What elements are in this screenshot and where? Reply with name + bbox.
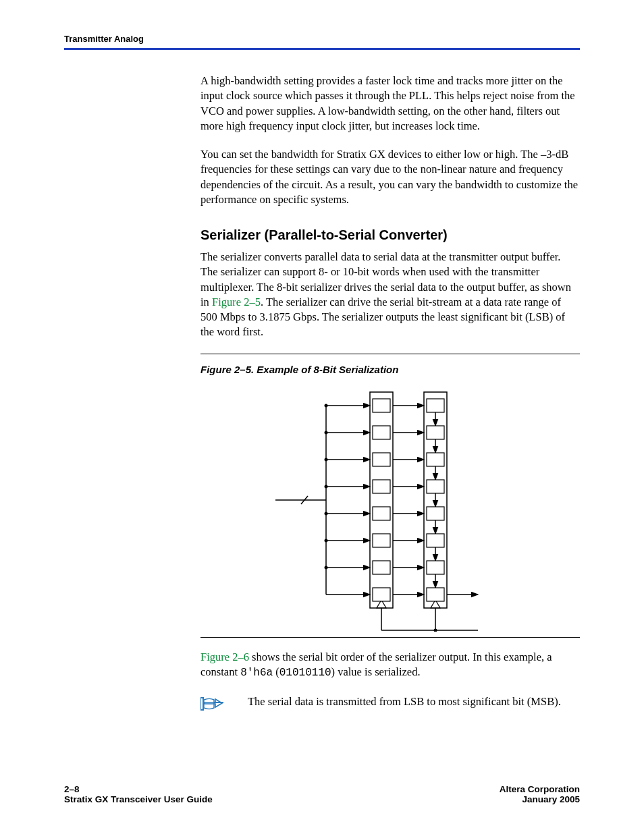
- svg-rect-25: [427, 426, 444, 439]
- svg-rect-28: [373, 453, 390, 466]
- paragraph-serializer: The serializer converts parallel data to…: [200, 250, 580, 340]
- paragraph-bandwidth-2: You can set the bandwidth for Stratix GX…: [200, 147, 580, 207]
- note-row: The serial data is transmitted from LSB …: [200, 694, 580, 715]
- figure-top-rule: [200, 354, 580, 354]
- para4-mid: (: [273, 665, 279, 678]
- para4-code1: 8'h6a: [240, 667, 273, 679]
- svg-rect-30: [427, 453, 444, 466]
- svg-rect-43: [373, 534, 390, 547]
- para4-text-b: ) value is serialized.: [331, 665, 421, 678]
- hand-pointing-icon: [200, 694, 248, 715]
- svg-rect-18: [373, 399, 390, 412]
- svg-rect-23: [373, 426, 390, 439]
- note-text: The serial data is transmitted from LSB …: [248, 694, 580, 709]
- page-footer: 2–8 Stratix GX Transceiver User Guide Al…: [64, 784, 580, 804]
- para4-code2: 01010110: [279, 667, 331, 679]
- footer-company: Altera Corporation: [500, 784, 580, 794]
- paragraph-figure-2-6: Figure 2–6 shows the serial bit order of…: [200, 650, 580, 681]
- svg-rect-45: [427, 534, 444, 547]
- svg-rect-35: [427, 480, 444, 493]
- footer-date: January 2005: [500, 794, 580, 804]
- svg-rect-50: [427, 561, 444, 574]
- svg-point-15: [434, 628, 437, 632]
- footer-page-number: 2–8: [64, 784, 213, 794]
- footer-doc-title: Stratix GX Transceiver User Guide: [64, 794, 213, 804]
- svg-rect-55: [427, 588, 444, 601]
- header-section-title: Transmitter Analog: [64, 34, 144, 44]
- paragraph-bandwidth-1: A high-bandwidth setting provides a fast…: [200, 74, 580, 134]
- heading-serializer: Serializer (Parallel-to-Serial Converter…: [200, 227, 580, 243]
- page-header: Transmitter Analog: [64, 34, 580, 50]
- svg-rect-48: [373, 561, 390, 574]
- svg-rect-40: [427, 507, 444, 520]
- svg-rect-38: [373, 507, 390, 520]
- figure-2-5-link[interactable]: Figure 2–5: [212, 296, 261, 308]
- figure-2-5-diagram: [200, 382, 580, 632]
- figure-2-6-link[interactable]: Figure 2–6: [200, 651, 249, 663]
- svg-rect-56: [200, 698, 203, 710]
- svg-rect-33: [373, 480, 390, 493]
- svg-rect-53: [373, 588, 390, 601]
- serializer-diagram-svg: [275, 382, 505, 632]
- svg-rect-20: [427, 399, 444, 412]
- figure-2-5-caption: Figure 2–5. Example of 8-Bit Serializati…: [200, 364, 580, 375]
- svg-rect-10: [370, 392, 393, 608]
- main-content: A high-bandwidth setting provides a fast…: [200, 74, 580, 715]
- figure-bottom-rule: [200, 637, 580, 638]
